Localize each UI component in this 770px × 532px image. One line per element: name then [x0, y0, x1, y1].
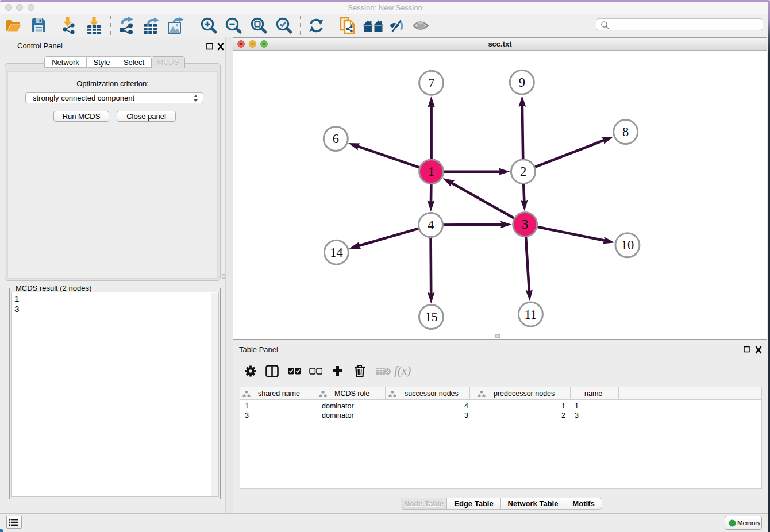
svg-text:2: 2	[520, 164, 526, 179]
svg-text:4: 4	[428, 218, 434, 232]
svg-text:7: 7	[428, 76, 434, 90]
svg-text:6: 6	[333, 132, 339, 146]
svg-text:14: 14	[330, 245, 343, 260]
svg-text:10: 10	[621, 238, 634, 252]
svg-text:8: 8	[622, 125, 629, 139]
svg-text:9: 9	[519, 75, 525, 90]
svg-text:15: 15	[425, 310, 438, 324]
svg-text:1: 1	[428, 164, 434, 179]
svg-text:3: 3	[522, 217, 528, 232]
svg-text:11: 11	[525, 307, 537, 322]
